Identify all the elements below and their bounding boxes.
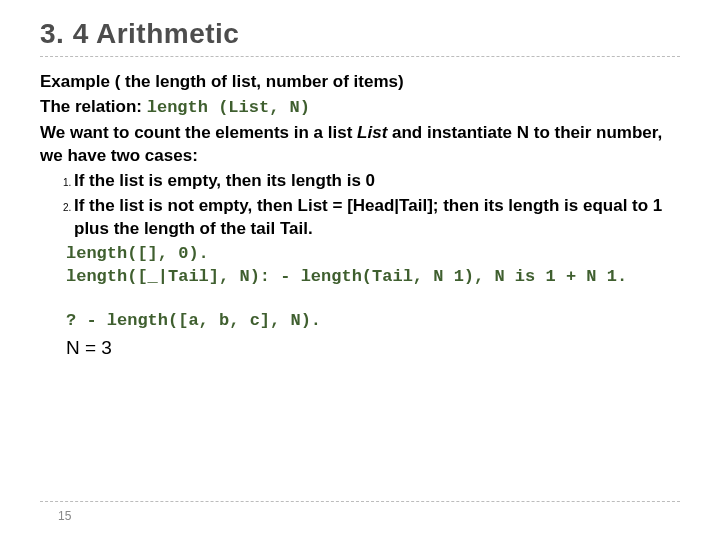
cases-list: If the list is empty, then its length is…	[74, 170, 680, 241]
relation-code: length (List, N)	[147, 98, 310, 117]
relation-label: The relation:	[40, 97, 147, 116]
intro-line: We want to count the elements in a list …	[40, 122, 680, 168]
slide-body: Example ( the length of list, number of …	[40, 71, 680, 361]
footer-divider	[40, 501, 680, 502]
list-item: If the list is empty, then its length is…	[74, 170, 680, 193]
query-block: ? - length([a, b, c], N).	[66, 310, 680, 333]
slide: 3. 4 Arithmetic Example ( the length of …	[0, 0, 720, 540]
slide-title: 3. 4 Arithmetic	[40, 18, 680, 50]
query-line: ? - length([a, b, c], N).	[66, 310, 680, 333]
example-heading: Example ( the length of list, number of …	[40, 71, 680, 94]
page-number: 15	[58, 509, 71, 523]
slide-footer: 15	[40, 501, 680, 524]
intro-list-word: List	[357, 123, 387, 142]
intro-part1: We want to count the elements in a list	[40, 123, 357, 142]
result-line: N = 3	[66, 335, 680, 361]
list-item: If the list is not empty, then List = [H…	[74, 195, 680, 241]
code-line: length([], 0).	[66, 243, 680, 266]
code-line: length([_|Tail], N): - length(Tail, N 1)…	[66, 266, 680, 289]
relation-line: The relation: length (List, N)	[40, 96, 680, 120]
code-block: length([], 0). length([_|Tail], N): - le…	[66, 243, 680, 289]
title-divider	[40, 56, 680, 57]
